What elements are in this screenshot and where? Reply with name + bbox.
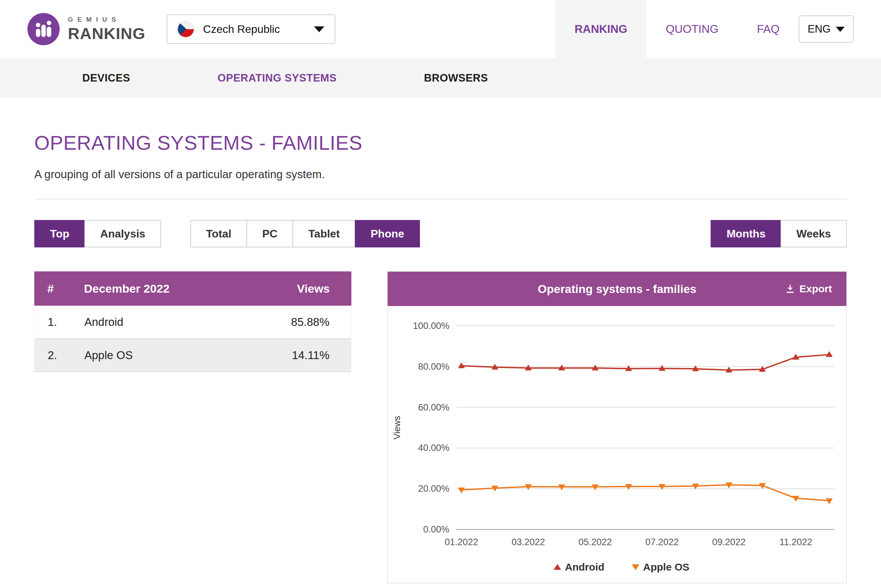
tablet-button[interactable]: Tablet (293, 220, 356, 248)
section-subnav: DEVICES OPERATING SYSTEMS BROWSERS (0, 58, 881, 98)
os-name-cell: Android (84, 316, 262, 328)
table-header-row: # December 2022 Views (34, 272, 351, 306)
series-line-android (461, 355, 829, 370)
device-toggle-group: Total PC Tablet Phone (190, 220, 420, 248)
x-tick-label: 05.2022 (578, 537, 612, 547)
y-tick-label: 40.00% (418, 443, 449, 453)
nav-item-faq[interactable]: FAQ (738, 0, 799, 58)
page-title: OPERATING SYSTEMS - FAMILIES (34, 131, 847, 154)
phone-button[interactable]: Phone (355, 220, 420, 248)
legend-item-apple-os[interactable]: Apple OS (632, 561, 689, 573)
nav-item-ranking[interactable]: RANKING (555, 0, 647, 58)
y-tick-label: 60.00% (418, 402, 449, 412)
results-board: # December 2022 Views 1. Android 85.88% … (34, 272, 847, 583)
chart-title: Operating systems - families (538, 282, 696, 296)
period-toggle-group: Months Weeks (711, 220, 847, 248)
view-toggle-group: Top Analysis (34, 220, 161, 248)
subnav-item-browsers[interactable]: BROWSERS (424, 72, 488, 84)
main-content: OPERATING SYSTEMS - FAMILIES A grouping … (0, 131, 881, 583)
export-label: Export (799, 283, 832, 295)
y-tick-label: 80.00% (418, 362, 449, 372)
brand-top-label: GEMIUS (68, 16, 146, 23)
nav-item-quoting[interactable]: QUOTING (647, 0, 738, 58)
data-point (826, 498, 833, 504)
x-tick-label: 07.2022 (645, 537, 679, 547)
table-row[interactable]: 2. Apple OS 14.11% (34, 339, 351, 372)
y-tick-label: 100.00% (413, 321, 449, 331)
column-header-rank: # (34, 282, 84, 296)
x-tick-label: 09.2022 (712, 537, 746, 547)
os-name-cell: Apple OS (84, 349, 262, 362)
table-row[interactable]: 1. Android 85.88% (34, 306, 351, 339)
language-selector[interactable]: ENG (799, 15, 854, 43)
x-tick-label: 11.2022 (779, 537, 812, 547)
y-tick-label: 20.00% (418, 483, 449, 494)
analysis-button[interactable]: Analysis (84, 220, 161, 248)
czech-flag-icon (177, 21, 194, 38)
chevron-down-icon (314, 26, 324, 32)
country-selector[interactable]: Czech Republic (167, 14, 335, 44)
gemius-logo-icon (27, 13, 60, 45)
rank-cell: 2. (35, 349, 84, 362)
svg-text:Apple OS: Apple OS (643, 561, 689, 573)
os-families-line-chart: 0.00%20.00%40.00%60.00%80.00%100.00%View… (388, 306, 846, 583)
brand-bottom-label: RANKING (68, 24, 146, 43)
chart-panel-header: Operating systems - families Export (388, 272, 846, 306)
data-point (826, 351, 833, 357)
column-header-views: Views (262, 282, 351, 296)
pc-button[interactable]: PC (246, 220, 293, 248)
language-selector-value: ENG (807, 23, 831, 35)
country-selector-value: Czech Republic (203, 23, 280, 36)
weeks-button[interactable]: Weeks (780, 220, 847, 248)
y-axis-label: Views (392, 416, 402, 440)
views-cell: 85.88% (262, 316, 351, 328)
export-button[interactable]: Export (785, 272, 832, 306)
logo-text: GEMIUS RANKING (68, 16, 146, 43)
main-nav: RANKING QUOTING FAQ (555, 0, 799, 58)
chart-panel: Operating systems - families Export 0.00… (387, 272, 847, 583)
gemius-ranking-logo[interactable]: GEMIUS RANKING (27, 0, 146, 58)
legend-item-android[interactable]: Android (554, 561, 604, 573)
x-tick-label: 01.2022 (444, 537, 478, 547)
column-header-month: December 2022 (84, 282, 262, 296)
download-icon (785, 284, 795, 294)
top-button[interactable]: Top (34, 220, 85, 248)
total-button[interactable]: Total (190, 220, 247, 248)
ranking-table: # December 2022 Views 1. Android 85.88% … (34, 272, 351, 372)
x-tick-label: 03.2022 (512, 537, 545, 547)
top-header: GEMIUS RANKING Czech Republic RANKING QU… (0, 0, 881, 58)
series-line-apple-os (461, 485, 829, 501)
subnav-item-operating-systems[interactable]: OPERATING SYSTEMS (218, 72, 337, 84)
subnav-item-devices[interactable]: DEVICES (82, 72, 130, 84)
y-tick-label: 0.00% (423, 524, 449, 534)
page-subtitle: A grouping of all versions of a particul… (34, 168, 847, 181)
months-button[interactable]: Months (711, 220, 781, 248)
filter-bar: Top Analysis Total PC Tablet Phone Month… (34, 220, 847, 248)
divider (34, 199, 847, 200)
chevron-down-icon (836, 27, 845, 32)
svg-text:Android: Android (565, 561, 604, 573)
views-cell: 14.11% (262, 349, 351, 362)
rank-cell: 1. (35, 316, 84, 328)
